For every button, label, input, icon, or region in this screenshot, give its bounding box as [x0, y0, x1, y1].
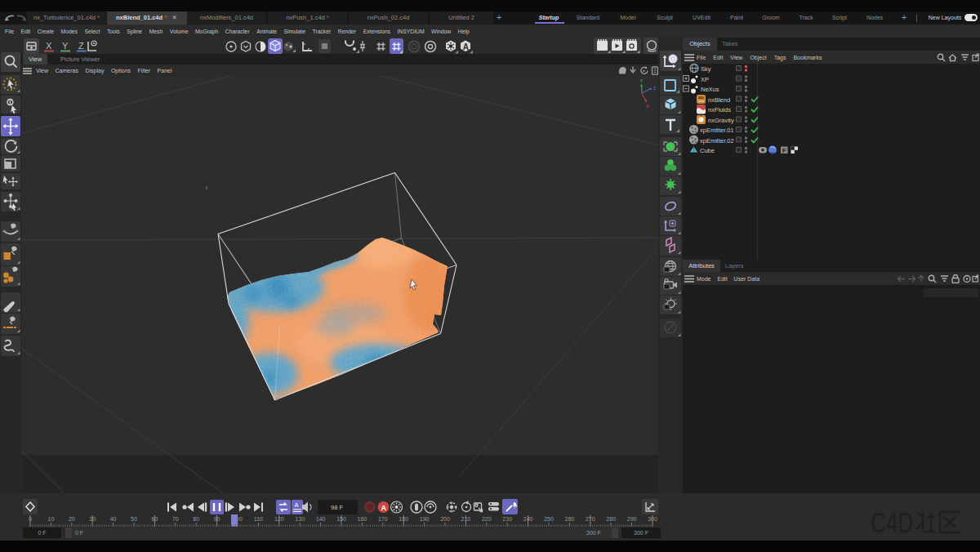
svg-text:220: 220 — [482, 516, 492, 522]
svg-text:A: A — [463, 42, 469, 51]
svg-text:110: 110 — [254, 516, 263, 522]
svg-text:20: 20 — [69, 516, 75, 522]
svg-text:200: 200 — [440, 516, 450, 522]
svg-text:130: 130 — [295, 516, 305, 522]
svg-text:10: 10 — [48, 516, 55, 522]
svg-text:140: 140 — [316, 516, 326, 522]
svg-text:XP: XP — [701, 76, 709, 83]
svg-text:290: 290 — [627, 516, 637, 522]
svg-text:70: 70 — [172, 516, 179, 522]
svg-text:nxGravity: nxGravity — [708, 117, 734, 124]
svg-text:Z: Z — [78, 41, 84, 51]
svg-text:NeXus: NeXus — [701, 86, 719, 93]
svg-text:160: 160 — [358, 516, 368, 522]
svg-text:260: 260 — [565, 516, 575, 522]
svg-text:280: 280 — [606, 516, 616, 522]
svg-text:230: 230 — [502, 516, 512, 522]
svg-text:xpEmitter.02: xpEmitter.02 — [700, 137, 734, 145]
svg-text:X: X — [46, 41, 52, 51]
svg-text:A: A — [295, 501, 299, 509]
svg-text:X: X — [646, 104, 649, 109]
svg-text:170: 170 — [378, 516, 388, 522]
svg-text:Y: Y — [640, 78, 644, 83]
svg-text:F: F — [782, 147, 786, 154]
svg-text:Y: Y — [62, 41, 69, 51]
svg-text:Sky: Sky — [701, 65, 711, 73]
svg-text:50: 50 — [131, 516, 137, 522]
svg-text:C4D: C4D — [871, 507, 913, 540]
svg-text:Z: Z — [653, 86, 657, 91]
svg-text:98 F: 98 F — [331, 504, 343, 511]
svg-text:40: 40 — [110, 516, 117, 522]
svg-text:Cube: Cube — [700, 147, 715, 154]
svg-text:nxBlend: nxBlend — [708, 96, 730, 104]
svg-text:80: 80 — [193, 516, 199, 522]
svg-text:A: A — [381, 504, 387, 512]
svg-text:250: 250 — [544, 516, 554, 522]
svg-text:xpEmitter.01: xpEmitter.01 — [700, 127, 734, 134]
svg-text:190: 190 — [420, 516, 430, 522]
svg-text:nxFluids: nxFluids — [708, 106, 731, 114]
